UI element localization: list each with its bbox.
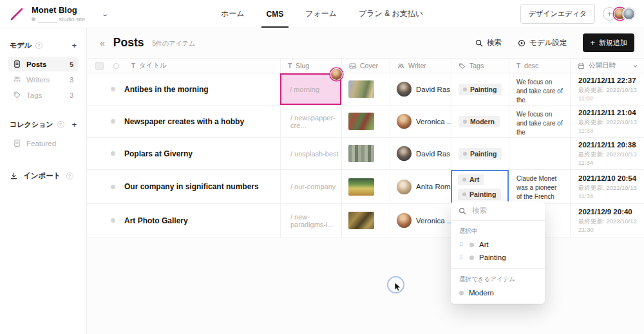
row-status-dot[interactable]	[111, 218, 115, 223]
column-header-title[interactable]: T タイトル	[124, 59, 280, 73]
chevron-down-icon[interactable]	[632, 62, 639, 70]
design-editor-button[interactable]: デザインエディタ	[520, 4, 595, 24]
cell-tags[interactable]: Painting	[451, 138, 509, 169]
collapse-sidebar-icon[interactable]: «	[100, 38, 104, 48]
nav-item-form[interactable]: フォーム	[305, 0, 337, 28]
row-status-dot[interactable]	[111, 87, 115, 91]
row-status-dot[interactable]	[111, 185, 115, 189]
cell-cover[interactable]	[341, 204, 390, 237]
cover-image	[348, 212, 374, 229]
column-header-desc[interactable]: T desc	[509, 59, 570, 73]
cell-slug[interactable]: / unsplash-best	[280, 138, 341, 169]
tag-chip[interactable]: Painting	[458, 189, 501, 200]
drag-handle-icon[interactable]: ⠿	[459, 254, 464, 261]
item-count-badge: 3	[70, 76, 73, 84]
tag-chip[interactable]: Painting	[459, 84, 502, 95]
site-switcher[interactable]: Monet Blog ______.studio.site ⌄	[9, 5, 108, 23]
help-icon[interactable]: ?	[66, 172, 73, 180]
sidebar-item-tags[interactable]: Tags 3	[8, 88, 79, 102]
published-date: 2021/12/10 20:54	[578, 174, 636, 182]
cell-tags[interactable]: Modern	[451, 106, 509, 137]
tag-search-input[interactable]: 検索	[451, 201, 545, 221]
dropdown-item-art[interactable]: ⠿ Art	[451, 238, 545, 251]
cell-published[interactable]: 2021/12/11 20:38 最終更新: 2022/10/13 11:34	[570, 138, 644, 169]
chevron-down-icon[interactable]: ⌄	[101, 10, 109, 17]
cell-writer[interactable]: Anita Rom...	[390, 170, 451, 203]
cell-published[interactable]: 2021/12/11 21:04 最終更新: 2022/10/13 11:33	[570, 106, 644, 137]
table-row[interactable]: Art Photo Gallery / new-paradigms-i... V…	[87, 204, 644, 237]
cell-desc[interactable]: Claude Monet was a pioneer of the French…	[509, 170, 570, 203]
table-row[interactable]: Poplars at Giverny / unsplash-best David…	[87, 138, 644, 170]
sidebar-item-featured[interactable]: Featured	[8, 136, 79, 151]
cell-slug[interactable]: / new-paradigms-i...	[280, 204, 341, 237]
import-icon	[10, 172, 18, 180]
cell-tags[interactable]: Painting	[451, 73, 509, 105]
sidebar-item-writers[interactable]: Writers 3	[8, 72, 79, 87]
collections-title: コレクション	[10, 120, 53, 129]
column-header-published[interactable]: 公開日時	[570, 59, 644, 73]
model-settings-button[interactable]: モデル設定	[518, 38, 567, 48]
cell-writer[interactable]: Veronica ...	[390, 106, 451, 137]
site-domain: ______.studio.site	[32, 16, 85, 23]
search-button[interactable]: 検索	[475, 38, 502, 48]
add-collection-button[interactable]: +	[71, 120, 77, 129]
cell-title[interactable]: Our company in significant numbers	[124, 170, 280, 203]
cell-desc[interactable]	[509, 138, 570, 169]
table-row[interactable]: Newspaper creates with a hobby / newspap…	[87, 106, 644, 138]
cell-published[interactable]: 2021/12/11 22:37 最終更新: 2022/10/13 11:02	[570, 73, 644, 105]
tag-chip[interactable]: Art	[458, 174, 484, 185]
cell-slug[interactable]: / newspapper-cre...	[280, 106, 341, 137]
presence-avatar[interactable]	[623, 8, 635, 20]
cell-tags-selected[interactable]: Art Painting	[451, 170, 509, 203]
tag-label: Painting	[470, 86, 497, 93]
sidebar-item-posts[interactable]: Posts 5	[8, 57, 79, 71]
column-label: desc	[524, 62, 538, 70]
add-model-button[interactable]: +	[71, 41, 77, 50]
cell-desc[interactable]: We focus on and take care of the develop…	[509, 106, 570, 137]
tag-chip[interactable]: Modern	[459, 116, 500, 127]
cell-writer[interactable]: David Ras...	[390, 138, 451, 169]
tag-search-placeholder: 検索	[472, 206, 487, 216]
help-icon[interactable]: ?	[35, 42, 43, 49]
table-row[interactable]: Antibes in the morning / morning David R…	[87, 73, 644, 106]
cell-writer[interactable]: Veronica ...	[390, 204, 451, 237]
cell-title[interactable]: Antibes in the morning	[124, 73, 280, 105]
cell-slug-editing[interactable]: / morning	[280, 73, 341, 105]
tag-dot-icon	[463, 152, 467, 156]
import-button[interactable]: インポート ?	[8, 171, 79, 181]
dropdown-item-label: Modern	[469, 289, 494, 297]
cell-cover[interactable]	[341, 106, 390, 137]
cell-cover[interactable]	[341, 73, 390, 105]
row-status-dot[interactable]	[111, 119, 115, 124]
select-all-checkbox[interactable]	[95, 62, 104, 70]
help-icon[interactable]: ?	[57, 121, 64, 128]
main-nav: ホーム CMS フォーム プラン & お支払い	[221, 0, 423, 28]
nav-item-home[interactable]: ホーム	[221, 0, 245, 28]
nav-item-plan[interactable]: プラン & お支払い	[359, 0, 423, 28]
editing-user-avatar	[330, 68, 343, 80]
drag-handle-icon[interactable]: ⠿	[459, 241, 464, 248]
column-header-cover[interactable]: Cover	[341, 59, 390, 73]
cell-cover[interactable]	[341, 138, 390, 169]
status-circle-icon[interactable]	[113, 63, 119, 69]
cell-published[interactable]: 2021/12/9 20:40 最終更新: 2022/10/12 21:30	[570, 204, 644, 237]
column-header-writer[interactable]: Writer	[390, 59, 451, 73]
studio-cms-app: Monet Blog ______.studio.site ⌄ ホーム CMS …	[0, 0, 644, 334]
table-row[interactable]: Our company in significant numbers / our…	[87, 170, 644, 204]
cell-title[interactable]: Art Photo Gallery	[124, 204, 280, 237]
add-new-button[interactable]: + 新規追加	[583, 33, 634, 52]
tag-chip[interactable]: Painting	[459, 148, 502, 160]
dropdown-item-painting[interactable]: ⠿ Painting	[451, 251, 545, 264]
dropdown-item-modern[interactable]: Modern	[451, 286, 545, 299]
cell-desc[interactable]: We focus on and take care of the develop…	[509, 73, 570, 105]
cell-published[interactable]: 2021/12/10 20:54 最終更新: 2022/10/13 11:34	[570, 170, 644, 203]
cell-cover[interactable]	[341, 170, 390, 203]
cell-title[interactable]: Poplars at Giverny	[124, 138, 280, 169]
nav-item-cms[interactable]: CMS	[266, 0, 283, 28]
cell-writer[interactable]: David Ras...	[390, 73, 451, 105]
cell-slug[interactable]: / our-company	[280, 170, 341, 203]
row-status-dot[interactable]	[111, 151, 115, 156]
column-header-tags[interactable]: Tags	[451, 59, 509, 73]
cell-title[interactable]: Newspaper creates with a hobby	[124, 106, 280, 137]
tag-dot-icon	[463, 120, 467, 124]
